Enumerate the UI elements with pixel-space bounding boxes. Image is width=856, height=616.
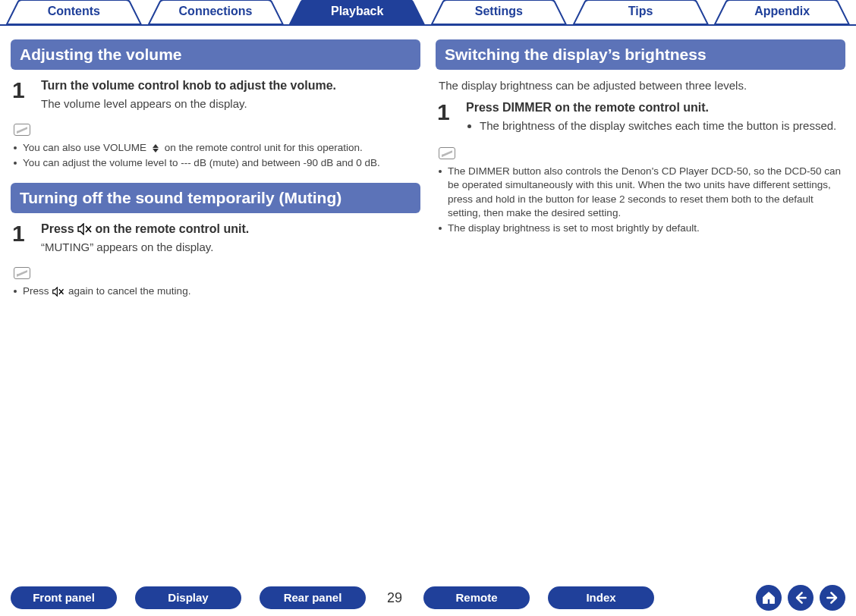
left-column: Adjusting the volume 1 Turn the volume c… <box>11 39 420 310</box>
volume-up-down-icon <box>149 144 162 152</box>
volume-tips: You can also use VOLUME on the remote co… <box>14 141 417 170</box>
tab-contents[interactable]: Contents <box>3 0 145 24</box>
tip-item: Press again to cancel the muting. <box>14 284 417 298</box>
prev-page-button[interactable] <box>788 585 814 611</box>
tab-label: Settings <box>475 5 523 17</box>
nav-front-panel[interactable]: Front panel <box>11 586 117 609</box>
nav-remote[interactable]: Remote <box>423 586 530 609</box>
tab-tips[interactable]: Tips <box>570 0 712 24</box>
section-heading-brightness: Switching the display’s brightness <box>436 39 845 70</box>
bottom-nav: Front panel Display Rear panel 29 Remote… <box>0 584 856 611</box>
step-number: 1 <box>437 101 455 134</box>
tab-label: Contents <box>48 5 100 17</box>
mute-icon <box>77 223 93 235</box>
step-title: Turn the volume control knob to adjust t… <box>41 79 336 93</box>
brightness-tips: The DIMMER button also controls the Deno… <box>439 165 842 235</box>
brightness-step-1: 1 Press DIMMER on the remote control uni… <box>437 101 844 134</box>
home-icon <box>761 590 776 605</box>
tip-item: You can adjust the volume level to --- d… <box>14 156 417 170</box>
muting-step-1: 1 Press on the remote control unit. “MUT… <box>12 222 419 253</box>
tab-label: Connections <box>179 5 253 17</box>
muting-tips: Press again to cancel the muting. <box>14 284 417 298</box>
tip-text: Press <box>23 285 52 297</box>
tip-text: on the remote control unit for this oper… <box>165 142 363 153</box>
tip-item: You can also use VOLUME on the remote co… <box>14 141 417 155</box>
nav-display[interactable]: Display <box>135 586 241 609</box>
step-title: Press on the remote control unit. <box>41 222 249 236</box>
nav-index[interactable]: Index <box>548 586 654 609</box>
tip-text: You can also use VOLUME <box>23 142 149 153</box>
main-content: Adjusting the volume 1 Turn the volume c… <box>0 26 856 310</box>
tab-appendix[interactable]: Appendix <box>711 0 853 24</box>
volume-step-1: 1 Turn the volume control knob to adjust… <box>12 79 419 110</box>
section-heading-volume: Adjusting the volume <box>11 39 420 70</box>
step-description: “MUTING” appears on the display. <box>41 240 249 253</box>
home-button[interactable] <box>756 585 782 611</box>
mute-icon <box>52 287 65 297</box>
top-nav: Contents Connections Playback Settings T… <box>0 0 856 26</box>
notes-icon <box>14 267 30 279</box>
nav-rear-panel[interactable]: Rear panel <box>260 586 366 609</box>
section-heading-muting: Turning off the sound temporarily (Mutin… <box>11 183 420 213</box>
tab-label: Appendix <box>754 5 810 17</box>
step-description: The volume level appears on the display. <box>41 97 336 110</box>
step-number: 1 <box>12 79 30 110</box>
right-column: Switching the display’s brightness The d… <box>436 39 845 310</box>
tab-playback[interactable]: Playback <box>286 0 428 24</box>
step-bullet-list: The brightness of the display switches e… <box>480 119 836 132</box>
arrow-right-icon <box>825 590 840 605</box>
step-title: Press DIMMER on the remote control unit. <box>466 101 836 115</box>
tip-item: The display brightness is set to most br… <box>439 222 842 235</box>
tip-text: again to cancel the muting. <box>68 285 190 297</box>
step-bullet: The brightness of the display switches e… <box>480 119 836 132</box>
brightness-intro: The display brightness can be adjusted b… <box>439 79 842 92</box>
tab-settings[interactable]: Settings <box>428 0 570 24</box>
next-page-button[interactable] <box>820 585 845 611</box>
tab-label: Playback <box>331 5 383 17</box>
page-number: 29 <box>384 590 405 606</box>
notes-icon <box>439 147 455 159</box>
notes-icon <box>14 124 30 136</box>
svg-marker-1 <box>153 149 159 152</box>
tab-connections[interactable]: Connections <box>145 0 287 24</box>
svg-marker-0 <box>153 144 159 148</box>
arrow-left-icon <box>793 590 808 605</box>
tab-label: Tips <box>628 5 653 17</box>
step-number: 1 <box>12 222 30 253</box>
tip-item: The DIMMER button also controls the Deno… <box>439 165 842 220</box>
